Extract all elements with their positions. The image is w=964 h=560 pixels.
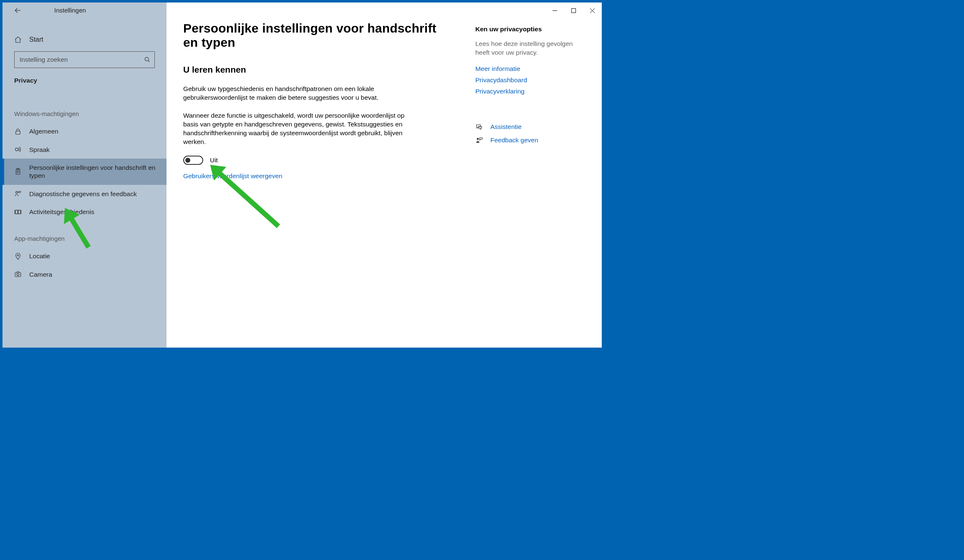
help-assistance-label[interactable]: Assistentie <box>490 123 522 131</box>
sidebar-item-label: Algemeen <box>29 127 158 135</box>
home-button[interactable]: Start <box>3 30 167 49</box>
sidebar-item-location[interactable]: Locatie <box>3 247 167 265</box>
svg-point-8 <box>15 148 18 151</box>
back-button[interactable]: Instellingen <box>3 3 167 19</box>
sidebar-item-label: Diagnostische gegevens en feedback <box>29 190 158 198</box>
chat-icon <box>475 123 483 131</box>
svg-line-6 <box>148 61 149 62</box>
camera-icon <box>14 270 22 278</box>
svg-rect-7 <box>16 131 20 134</box>
settings-window: Instellingen Start Privacy <box>3 3 602 348</box>
arrow-left-icon <box>14 7 22 14</box>
feedback-icon <box>14 190 22 197</box>
getting-to-know-you-toggle[interactable] <box>183 156 203 165</box>
group-app-permissions: App-machtigingen <box>3 227 167 247</box>
section-title: U leren kennen <box>183 65 450 75</box>
description-1: Gebruik uw typgeschiedenis en handschrif… <box>183 85 409 102</box>
link-privacy-statement[interactable]: Privacyverklaring <box>475 86 585 96</box>
view-dictionary-link[interactable]: Gebruikerswoordenlijst weergeven <box>183 172 283 180</box>
svg-point-22 <box>477 138 479 140</box>
help-feedback-label[interactable]: Feedback geven <box>490 136 538 144</box>
location-icon <box>14 252 22 260</box>
category-text: Privacy <box>14 76 37 84</box>
privacy-options-heading: Ken uw privacyopties <box>475 25 585 33</box>
group-windows-permissions: Windows-machtigingen <box>3 102 167 122</box>
sidebar-item-label: Locatie <box>29 252 158 260</box>
app-title: Instellingen <box>29 7 86 15</box>
home-label: Start <box>29 35 43 44</box>
home-icon <box>14 36 22 43</box>
svg-point-21 <box>17 274 19 276</box>
search-input[interactable] <box>14 51 155 68</box>
clipboard-icon <box>14 168 22 175</box>
sidebar-item-label: Spraak <box>29 146 158 154</box>
svg-point-19 <box>17 255 18 256</box>
sidebar-item-label: Persoonlijke instellingen voor handschri… <box>29 164 158 180</box>
description-2: Wanneer deze functie is uitgeschakeld, w… <box>183 111 409 146</box>
sidebar-item-camera[interactable]: Camera <box>3 265 167 283</box>
search-icon <box>144 56 151 63</box>
sidebar-item-general[interactable]: Algemeen <box>3 122 167 140</box>
close-button[interactable] <box>583 4 602 17</box>
svg-rect-16 <box>18 210 20 214</box>
help-assistance[interactable]: Assistentie <box>475 123 585 131</box>
privacy-options-desc: Lees hoe deze instelling gevolgen heeft … <box>475 40 585 57</box>
sidebar-item-diagnostics[interactable]: Diagnostische gegevens en feedback <box>3 185 167 203</box>
sidebar: Instellingen Start Privacy <box>3 3 167 348</box>
category-label: Privacy <box>3 71 167 89</box>
content-area: Persoonlijke instellingen voor handschri… <box>167 3 602 348</box>
toggle-state-label: Uit <box>210 156 218 164</box>
page-title: Persoonlijke instellingen voor handschri… <box>183 21 450 50</box>
svg-point-5 <box>145 57 149 61</box>
speech-icon <box>14 146 22 153</box>
sidebar-item-activity-history[interactable]: Activiteitsgeschiedenis <box>3 203 167 221</box>
link-privacy-dashboard[interactable]: Privacydashboard <box>475 75 585 85</box>
history-icon <box>14 208 22 216</box>
search-input-container <box>14 51 155 68</box>
sidebar-item-label: Camera <box>29 270 158 278</box>
sidebar-item-label: Activiteitsgeschiedenis <box>29 208 158 216</box>
maximize-button[interactable] <box>564 4 583 17</box>
lock-icon <box>14 128 22 135</box>
titlebar <box>545 3 602 18</box>
svg-rect-15 <box>15 210 18 214</box>
sidebar-item-speech[interactable]: Spraak <box>3 141 167 159</box>
svg-rect-20 <box>15 273 21 277</box>
help-feedback[interactable]: Feedback geven <box>475 136 585 144</box>
person-feedback-icon <box>475 136 483 144</box>
minimize-button[interactable] <box>545 4 564 17</box>
link-more-info[interactable]: Meer informatie <box>475 64 585 73</box>
sidebar-item-inking-typing[interactable]: Persoonlijke instellingen voor handschri… <box>3 159 167 185</box>
svg-point-14 <box>16 192 18 194</box>
svg-rect-1 <box>572 8 576 13</box>
